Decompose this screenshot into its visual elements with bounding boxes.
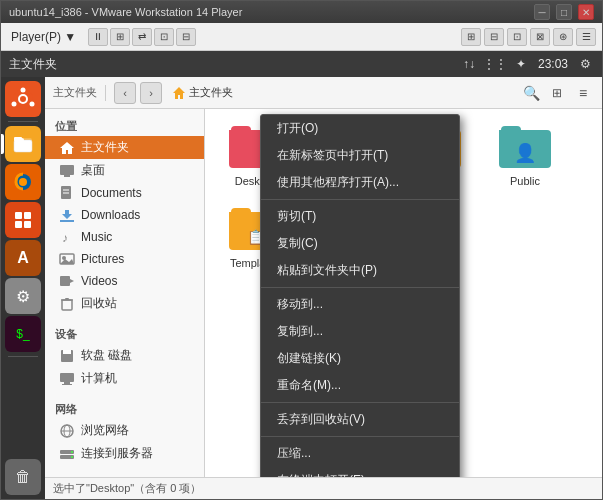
menu-button[interactable]: ≡: [572, 82, 594, 104]
trash-icon: 🗑: [15, 468, 31, 486]
toolbar-icon-6[interactable]: ☰: [576, 28, 596, 46]
svg-rect-18: [64, 175, 70, 177]
terminal-icon: $_: [16, 327, 29, 341]
topbar-title: 主文件夹: [9, 56, 57, 73]
nav-forward-button[interactable]: ›: [140, 82, 162, 104]
svg-rect-17: [60, 165, 74, 175]
breadcrumb-home-label: 主文件夹: [189, 85, 233, 100]
svg-point-2: [21, 88, 26, 93]
sidebar-item-music[interactable]: ♪ Music: [45, 226, 204, 248]
ubuntu-topbar: 主文件夹 ↑↓ ⋮⋮ ✦ 23:03 ⚙: [1, 51, 602, 77]
nav-back-button[interactable]: ‹: [114, 82, 136, 104]
context-menu-item-trash[interactable]: 丢弃到回收站(V): [261, 406, 459, 433]
context-menu-sep-2: [261, 287, 459, 288]
toolbar-icon-4[interactable]: ⊠: [530, 28, 550, 46]
svg-rect-32: [65, 298, 69, 300]
player-menu[interactable]: Player(P) ▼: [7, 28, 80, 46]
sidebar-section-network: 网络: [45, 398, 204, 419]
svg-rect-8: [14, 137, 22, 140]
dock-separator: [8, 121, 38, 122]
grid-view-button[interactable]: ⊞: [546, 82, 568, 104]
dock-item-fonts[interactable]: A: [5, 240, 41, 276]
ubuntu-logo-icon: [11, 87, 35, 111]
svg-rect-11: [15, 212, 22, 219]
sidebar-item-videos[interactable]: Videos: [45, 270, 204, 292]
dock-item-trash[interactable]: 🗑: [5, 459, 41, 495]
sidebar-item-documents[interactable]: Documents: [45, 182, 204, 204]
context-menu-item-open[interactable]: 打开(O): [261, 115, 459, 142]
gear-icon: ⚙: [16, 287, 30, 306]
sidebar-sep-2: [45, 390, 204, 398]
toolbar-icon-5[interactable]: ⊛: [553, 28, 573, 46]
context-menu: 打开(O) 在新标签页中打开(T) 使用其他程序打开(A)... 剪切(T) 复…: [260, 114, 460, 477]
bluetooth-icon[interactable]: ✦: [512, 55, 530, 73]
svg-rect-12: [24, 212, 31, 219]
dock-item-settings[interactable]: ⚙: [5, 278, 41, 314]
sidebar-item-desktop[interactable]: 桌面: [45, 159, 204, 182]
grid-icon[interactable]: ⋮⋮: [486, 55, 504, 73]
sidebar-item-disk[interactable]: 软盘 磁盘: [45, 344, 204, 367]
svg-point-44: [71, 456, 73, 458]
sidebar-item-network-server[interactable]: 连接到服务器: [45, 442, 204, 465]
dock-item-files[interactable]: [5, 126, 41, 162]
sidebar-item-home[interactable]: 主文件夹: [45, 136, 204, 159]
svg-rect-14: [24, 221, 31, 228]
close-button[interactable]: ✕: [578, 4, 594, 20]
status-text: 选中了"Desktop"（含有 0 项）: [53, 481, 201, 496]
sidebar-section-places: 位置: [45, 115, 204, 136]
toolbar-icon-2[interactable]: ⊟: [484, 28, 504, 46]
file-label-public: Public: [510, 175, 540, 187]
context-menu-item-rename[interactable]: 重命名(M)...: [261, 372, 459, 399]
ctrl-btn-2[interactable]: ⊞: [110, 28, 130, 46]
context-menu-item-compress[interactable]: 压缩...: [261, 440, 459, 467]
context-menu-item-create-link[interactable]: 创建链接(K): [261, 345, 459, 372]
sidebar-item-computer[interactable]: 计算机: [45, 367, 204, 390]
ctrl-btn-3[interactable]: ⇄: [132, 28, 152, 46]
sidebar-section-devices: 设备: [45, 323, 204, 344]
context-menu-item-open-terminal[interactable]: 在终端中打开(E): [261, 467, 459, 477]
dock-item-software[interactable]: [5, 202, 41, 238]
sidebar-item-desktop-label: 桌面: [81, 162, 105, 179]
context-menu-item-copy-to[interactable]: 复制到...: [261, 318, 459, 345]
ctrl-btn-4[interactable]: ⊡: [154, 28, 174, 46]
toolbar-icon-3[interactable]: ⊡: [507, 28, 527, 46]
context-menu-item-copy[interactable]: 复制(C): [261, 230, 459, 257]
fm-main: Desktop ↓ Downloads: [205, 109, 602, 477]
context-menu-item-move-to[interactable]: 移动到...: [261, 291, 459, 318]
svg-text:♪: ♪: [62, 231, 68, 244]
computer-sidebar-icon: [59, 371, 75, 387]
search-button[interactable]: 🔍: [520, 82, 542, 104]
svg-rect-35: [60, 373, 74, 382]
dock-item-firefox[interactable]: [5, 164, 41, 200]
sidebar-item-pictures[interactable]: Pictures: [45, 248, 204, 270]
file-manager: 主文件夹 ‹ › 主文件夹 🔍 ⊞ ≡: [45, 77, 602, 499]
maximize-button[interactable]: □: [556, 4, 572, 20]
sidebar-item-trash[interactable]: 回收站: [45, 292, 204, 315]
minimize-button[interactable]: ─: [534, 4, 550, 20]
context-menu-item-open-with[interactable]: 使用其他程序打开(A)...: [261, 169, 459, 196]
context-menu-item-paste[interactable]: 粘贴到文件夹中(P): [261, 257, 459, 284]
file-item-public[interactable]: 👤 Public: [485, 119, 565, 191]
sidebar-item-videos-label: Videos: [81, 274, 117, 288]
pause-button[interactable]: ⏸: [88, 28, 108, 46]
context-menu-item-open-tab[interactable]: 在新标签页中打开(T): [261, 142, 459, 169]
toolbar-icon-1[interactable]: ⊞: [461, 28, 481, 46]
firefox-icon: [11, 170, 35, 194]
fm-body: 位置 主文件夹 桌面: [45, 109, 602, 477]
public-folder-icon: 👤: [497, 123, 553, 171]
sort-icon[interactable]: ↑↓: [460, 55, 478, 73]
svg-rect-36: [64, 382, 70, 384]
context-menu-sep-1: [261, 199, 459, 200]
videos-sidebar-icon: [59, 273, 75, 289]
sidebar-item-network-browse[interactable]: 浏览网络: [45, 419, 204, 442]
dock-item-terminal[interactable]: $_: [5, 316, 41, 352]
svg-point-43: [71, 451, 73, 453]
dock-item-ubuntu[interactable]: [5, 81, 41, 117]
svg-point-3: [30, 102, 35, 107]
context-menu-item-cut[interactable]: 剪切(T): [261, 203, 459, 230]
settings-icon[interactable]: ⚙: [576, 55, 594, 73]
sidebar-item-downloads[interactable]: Downloads: [45, 204, 204, 226]
fm-sidebar: 位置 主文件夹 桌面: [45, 109, 205, 477]
ctrl-btn-5[interactable]: ⊟: [176, 28, 196, 46]
svg-marker-22: [62, 210, 72, 219]
